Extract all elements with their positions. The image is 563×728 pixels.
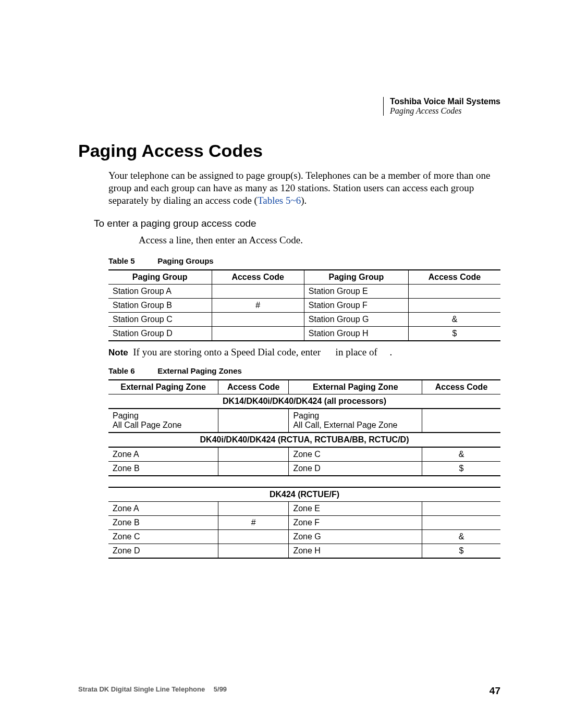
- table5-header-1: Access Code: [212, 270, 304, 285]
- table-cell: Station Group C: [108, 313, 212, 327]
- table-cell: Zone C: [108, 530, 218, 544]
- intro-paragraph: Your telephone can be assigned to page g…: [108, 169, 500, 206]
- table-cell: &: [422, 447, 500, 462]
- table-cell: [212, 327, 304, 341]
- table-cell: Zone B: [108, 462, 218, 476]
- table-cell: [212, 285, 304, 299]
- table-cell: Station Group F: [304, 299, 408, 313]
- table6-body2: Zone AZone C&Zone BZone D$: [108, 447, 500, 476]
- table-cell: $: [408, 327, 500, 341]
- note-label: Note: [108, 348, 128, 357]
- page-footer: Strata DK Digital Single Line Telephone …: [78, 685, 500, 697]
- table-cell: PagingAll Call, External Page Zone: [289, 409, 422, 433]
- table-cell: [218, 409, 289, 433]
- page-number: 47: [489, 685, 500, 697]
- table-cell: [212, 313, 304, 327]
- table-cell: [218, 544, 289, 559]
- table-cell: [218, 502, 289, 516]
- procedure-heading: To enter a paging group access code: [94, 218, 500, 229]
- table-cell: [408, 285, 500, 299]
- table-cell: [218, 447, 289, 462]
- table6-body1: PagingAll Call Page ZonePagingAll Call, …: [108, 409, 500, 433]
- table-cell: Station Group G: [304, 313, 408, 327]
- table-cell: Station Group B: [108, 299, 212, 313]
- table7: DK424 (RCTUE/F) Zone AZone EZone B#Zone …: [108, 487, 500, 559]
- table-cell: Zone A: [108, 447, 218, 462]
- table6: External Paging Zone Access Code Externa…: [108, 379, 500, 476]
- table6-section1: DK14/DK40i/DK40/DK424 (all processors): [108, 394, 500, 409]
- table-cell: Zone G: [289, 530, 422, 544]
- table7-body: Zone AZone EZone B#Zone FZone CZone G&Zo…: [108, 502, 500, 559]
- intro-text-2: ).: [301, 195, 307, 206]
- table-cell: Zone B: [108, 516, 218, 530]
- table5-caption: Table 5 Paging Groups: [108, 256, 500, 265]
- tables-crossref-link[interactable]: Tables 5~6: [258, 195, 301, 206]
- page-title: Paging Access Codes: [78, 141, 500, 161]
- table6-title: External Paging Zones: [157, 366, 242, 375]
- table-cell: Zone A: [108, 502, 218, 516]
- running-header: Toshiba Voice Mail Systems Paging Access…: [383, 97, 500, 116]
- table-cell: Zone C: [289, 447, 422, 462]
- note-text: If you are storing onto a Speed Dial cod…: [133, 347, 392, 357]
- table5-label: Table 5: [108, 256, 155, 265]
- table-cell: &: [422, 530, 500, 544]
- table-cell: $: [422, 462, 500, 476]
- procedure-step: Access a line, then enter an Access Code…: [139, 235, 500, 246]
- table6-header-2: External Paging Zone: [289, 380, 422, 394]
- table-cell: Station Group H: [304, 327, 408, 341]
- table6-header-3: Access Code: [422, 380, 500, 394]
- table-cell: [422, 502, 500, 516]
- table-cell: [422, 409, 500, 433]
- table6-caption: Table 6 External Paging Zones: [108, 366, 500, 375]
- table-cell: [218, 530, 289, 544]
- table5-header-0: Paging Group: [108, 270, 212, 285]
- table5-header-2: Paging Group: [304, 270, 408, 285]
- table-cell: [408, 299, 500, 313]
- table-cell: Zone F: [289, 516, 422, 530]
- table-cell: Station Group D: [108, 327, 212, 341]
- table5-body: Station Group AStation Group EStation Gr…: [108, 285, 500, 341]
- table-cell: Station Group A: [108, 285, 212, 299]
- table-cell: Zone E: [289, 502, 422, 516]
- table-cell: [422, 516, 500, 530]
- table-cell: Zone D: [108, 544, 218, 559]
- running-header-category: Toshiba Voice Mail Systems: [390, 97, 500, 106]
- table5-title: Paging Groups: [157, 256, 214, 265]
- note: Note If you are storing onto a Speed Dia…: [108, 347, 500, 358]
- table6-header-1: Access Code: [218, 380, 289, 394]
- table-cell: Station Group E: [304, 285, 408, 299]
- table5: Paging Group Access Code Paging Group Ac…: [108, 269, 500, 341]
- table-cell: Zone H: [289, 544, 422, 559]
- table-cell: #: [218, 516, 289, 530]
- table-cell: &: [408, 313, 500, 327]
- footer-left: Strata DK Digital Single Line Telephone …: [78, 685, 227, 693]
- table-cell: $: [422, 544, 500, 559]
- table-cell: Zone D: [289, 462, 422, 476]
- table6-label: Table 6: [108, 366, 155, 375]
- table-cell: #: [212, 299, 304, 313]
- table7-section: DK424 (RCTUE/F): [108, 487, 500, 502]
- table5-header-3: Access Code: [408, 270, 500, 285]
- running-header-section: Paging Access Codes: [390, 106, 500, 116]
- table-cell: [218, 462, 289, 476]
- table6-section2: DK40i/DK40/DK424 (RCTUA, RCTUBA/BB, RCTU…: [108, 433, 500, 447]
- table-cell: PagingAll Call Page Zone: [108, 409, 218, 433]
- table6-header-0: External Paging Zone: [108, 380, 218, 394]
